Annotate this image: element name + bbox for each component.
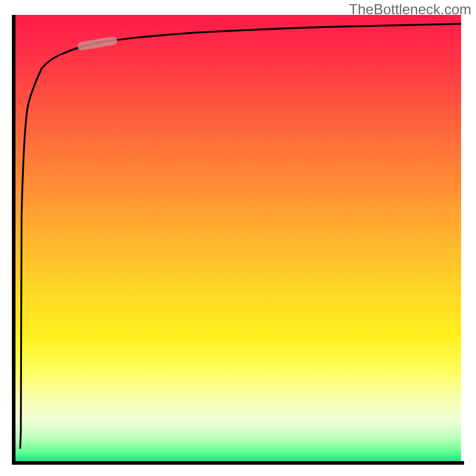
curve-main [21, 24, 461, 216]
x-axis [12, 461, 464, 465]
curve-highlight-segment [82, 41, 114, 46]
chart-svg [15, 15, 461, 461]
chart-container: TheBottleneck.com [0, 0, 476, 476]
watermark-text: TheBottleneck.com [349, 1, 471, 18]
curve-initial-dip [20, 216, 22, 448]
